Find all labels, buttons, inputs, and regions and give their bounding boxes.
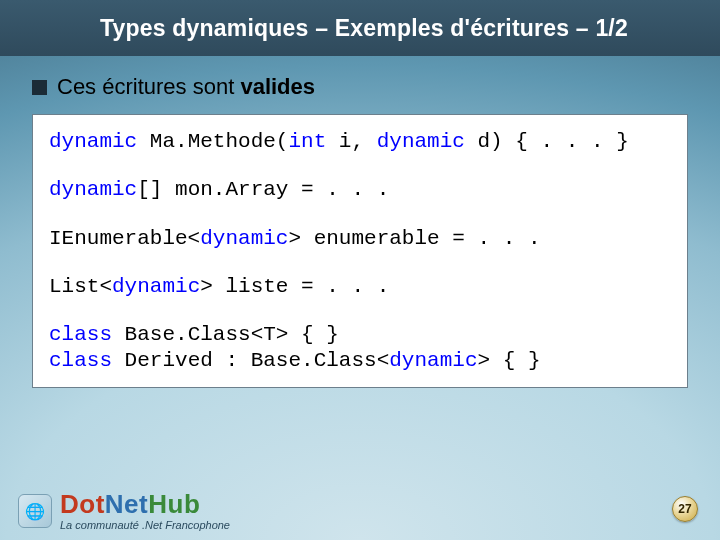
code-line-5b: class Derived : Base.Class<dynamic> { } [49, 348, 671, 374]
page-number-badge: 27 [672, 496, 698, 522]
code-text: Base.Class<T> { } [112, 323, 339, 346]
code-line-4: List<dynamic> liste = . . . [49, 274, 671, 300]
header-bar: Types dynamiques – Exemples d'écritures … [0, 0, 720, 56]
code-line-3: IEnumerable<dynamic> enumerable = . . . [49, 226, 671, 252]
keyword: dynamic [112, 275, 200, 298]
code-line-2: dynamic[] mon.Array = . . . [49, 177, 671, 203]
keyword: dynamic [200, 227, 288, 250]
keyword: dynamic [49, 130, 137, 153]
code-text: IEnumerable< [49, 227, 200, 250]
code-text: Ma.Methode( [137, 130, 288, 153]
logo-sub: La communauté .Net Francophone [60, 520, 230, 531]
code-line-5: class Base.Class<T> { } class Derived : … [49, 322, 671, 375]
slide: Types dynamiques – Exemples d'écritures … [0, 0, 720, 540]
slide-body: Ces écritures sont valides dynamic Ma.Me… [0, 56, 720, 388]
globe-icon: 🌐 [18, 494, 52, 528]
code-text: > enumerable = . . . [288, 227, 540, 250]
bullet-text: Ces écritures sont valides [57, 74, 315, 100]
code-text: i, [326, 130, 376, 153]
slide-title: Types dynamiques – Exemples d'écritures … [100, 15, 628, 42]
keyword: class [49, 323, 112, 346]
keyword: dynamic [389, 349, 477, 372]
code-text: > { } [477, 349, 540, 372]
bullet-bold: valides [240, 74, 315, 99]
code-text: List< [49, 275, 112, 298]
square-bullet-icon [32, 80, 47, 95]
code-text: [] mon.Array = . . . [137, 178, 389, 201]
logo-main: DotNetHub [60, 491, 230, 517]
logo-text: DotNetHub La communauté .Net Francophone [60, 491, 230, 531]
code-text: > liste = . . . [200, 275, 389, 298]
bullet-item: Ces écritures sont valides [32, 74, 692, 100]
footer: 🌐 DotNetHub La communauté .Net Francopho… [0, 482, 720, 540]
keyword: int [288, 130, 326, 153]
logo: 🌐 DotNetHub La communauté .Net Francopho… [18, 491, 230, 531]
keyword: dynamic [49, 178, 137, 201]
keyword: class [49, 349, 112, 372]
code-text: d) { . . . } [465, 130, 629, 153]
code-line-1: dynamic Ma.Methode(int i, dynamic d) { .… [49, 129, 671, 155]
code-text: Derived : Base.Class< [112, 349, 389, 372]
bullet-prefix: Ces écritures sont [57, 74, 240, 99]
keyword: dynamic [377, 130, 465, 153]
code-box: dynamic Ma.Methode(int i, dynamic d) { .… [32, 114, 688, 388]
code-line-5a: class Base.Class<T> { } [49, 322, 671, 348]
